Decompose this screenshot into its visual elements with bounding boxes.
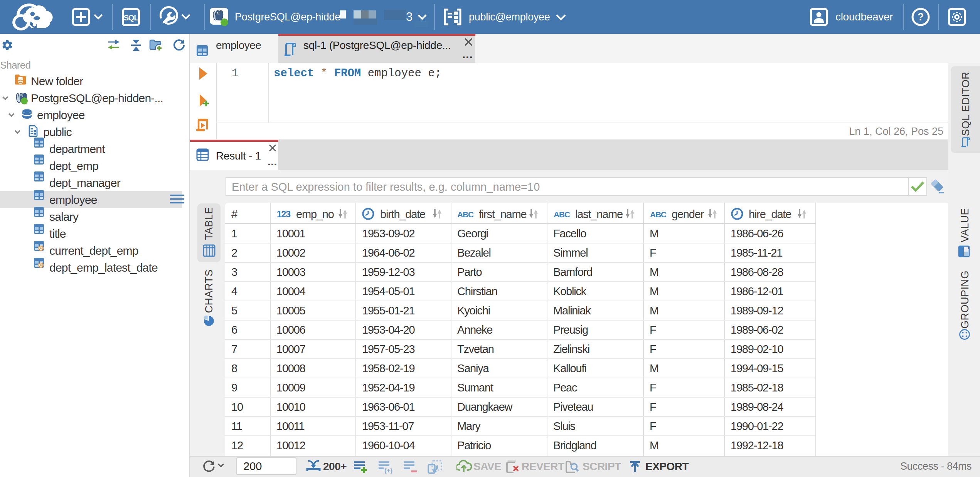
svg-text:(+): (+) bbox=[384, 467, 392, 474]
svg-text:SQL: SQL bbox=[124, 13, 138, 22]
svg-text:?: ? bbox=[918, 11, 924, 23]
svg-text:I: I bbox=[967, 246, 970, 250]
